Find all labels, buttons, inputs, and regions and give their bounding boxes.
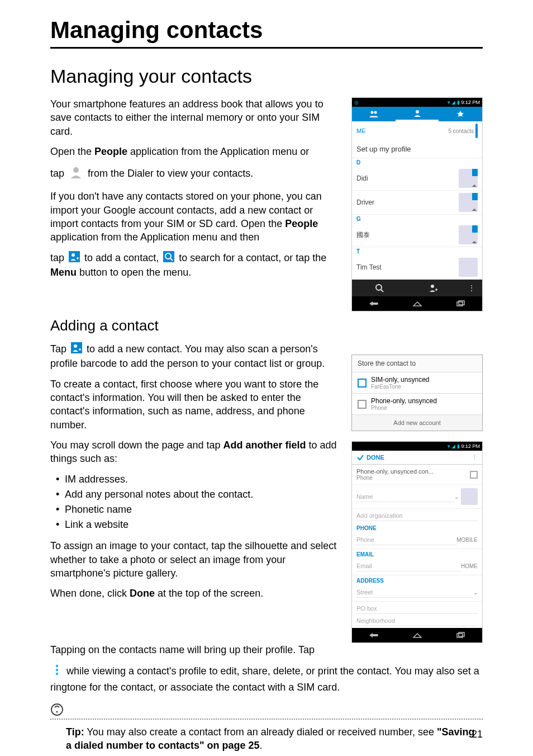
- paragraph: To create a contact, first choose where …: [50, 377, 341, 432]
- avatar[interactable]: [459, 225, 478, 244]
- bullet-list: IM addresses. Add any personal notes abo…: [50, 472, 341, 532]
- svg-point-7: [416, 110, 419, 114]
- svg-point-0: [73, 167, 79, 173]
- contacts-count: 5 contacts: [448, 128, 474, 134]
- list-item: Phonetic name: [56, 502, 341, 517]
- overflow-menu-icon[interactable]: ⋮: [472, 454, 478, 461]
- chevron-down-icon[interactable]: ⌄: [454, 494, 459, 500]
- option-sim[interactable]: SIM-only, unsyncedFarEasTone: [352, 372, 482, 393]
- add-organization-field[interactable]: Add organization: [356, 511, 478, 521]
- add-new-account-button[interactable]: Add new account: [352, 414, 482, 431]
- nav-home-icon[interactable]: [396, 628, 439, 642]
- checkbox-icon[interactable]: [358, 379, 367, 388]
- paragraph: You may scroll down the page and tap Add…: [50, 438, 341, 466]
- page-title: Managing contacts: [50, 17, 483, 49]
- svg-rect-11: [459, 301, 464, 305]
- search-icon: [163, 251, 174, 266]
- svg-point-5: [370, 111, 373, 114]
- option-label: SIM-only, unsynced: [371, 376, 477, 384]
- app-name: People: [94, 146, 127, 157]
- status-left-icon: ◎: [354, 100, 359, 105]
- text: Open the: [50, 146, 94, 157]
- tab-groups[interactable]: [352, 107, 396, 121]
- svg-rect-15: [459, 632, 464, 636]
- edit-contact-screenshot: ▾ ◢ ▮ 9:12 PM DONE ⋮ Phone-only, unsynce…: [351, 441, 483, 643]
- paragraph: If you don't have any contacts stored on…: [50, 190, 341, 244]
- paragraph: Your smartphone features an address book…: [50, 97, 341, 138]
- email-field[interactable]: Email: [356, 561, 461, 571]
- text: tap: [50, 168, 67, 179]
- svg-rect-17: [56, 669, 58, 671]
- section-label-address: ADDRESS: [352, 575, 482, 584]
- paragraph: Tapping on the contacts name will bring …: [50, 643, 483, 656]
- info-icon: [50, 708, 64, 718]
- avatar[interactable]: [459, 169, 478, 188]
- section-header-t: T: [352, 247, 482, 256]
- paragraph: To assign an image to your contact, tap …: [50, 539, 341, 580]
- option-sublabel: Phone: [371, 405, 477, 411]
- paragraph: tap from the Dialer to view your contact…: [50, 165, 341, 183]
- list-item[interactable]: 國泰: [352, 223, 482, 247]
- list-item[interactable]: Tim Test: [352, 256, 482, 280]
- text: When done, click: [50, 588, 130, 599]
- nav-recent-icon[interactable]: [439, 296, 482, 311]
- status-bar-right: ▾ ◢ ▮ 9:12 PM: [448, 443, 480, 449]
- add-contact-icon: [69, 251, 80, 266]
- tab-all[interactable]: [396, 107, 439, 121]
- store-contact-dialog: Store the contact to SIM-only, unsyncedF…: [351, 355, 483, 431]
- contact-name: Didi: [356, 174, 368, 182]
- menu-word: Menu: [50, 267, 77, 278]
- name-field[interactable]: Name: [356, 492, 454, 502]
- nav-back-icon[interactable]: [352, 628, 396, 642]
- text: to add a new contact. You may also scan …: [50, 343, 325, 369]
- neighborhood-field[interactable]: Neighborhood: [356, 616, 478, 626]
- svg-rect-14: [457, 634, 463, 637]
- option-phone[interactable]: Phone-only, unsyncedPhone: [352, 393, 482, 414]
- list-item[interactable]: Driver: [352, 191, 482, 215]
- svg-rect-10: [457, 302, 463, 306]
- setup-profile-item[interactable]: Set up my profile: [352, 140, 482, 158]
- section-header-g: G: [352, 215, 482, 223]
- checkbox-icon[interactable]: [358, 400, 367, 409]
- scroll-indicator: [475, 124, 478, 138]
- overflow-menu-button[interactable]: ⋮: [460, 280, 482, 296]
- add-contact-button[interactable]: [406, 280, 460, 296]
- pobox-field[interactable]: PO box: [356, 603, 478, 614]
- text: .: [260, 740, 263, 751]
- svg-point-2: [72, 253, 75, 257]
- street-field[interactable]: Street: [356, 587, 473, 598]
- nav-home-icon[interactable]: [396, 296, 439, 311]
- section-label-phone: PHONE: [352, 523, 482, 531]
- text: button to open the menu.: [77, 267, 191, 278]
- section-heading: Managing your contacts: [50, 65, 483, 87]
- tip-text: Tip: You may also create a contact from …: [50, 722, 483, 756]
- avatar[interactable]: [459, 193, 478, 212]
- svg-point-13: [74, 344, 77, 348]
- phone-field[interactable]: Phone: [356, 535, 456, 545]
- status-bar-right: ▾ ◢ ▮ 9:12 PM: [448, 100, 480, 105]
- text: at the top of the screen.: [155, 588, 263, 599]
- email-type-spinner[interactable]: HOME: [461, 563, 478, 569]
- contact-photo-placeholder[interactable]: [461, 488, 478, 505]
- checkbox-icon[interactable]: [470, 471, 478, 479]
- contact-name: Tim Test: [356, 263, 382, 271]
- text: application from the Application menu an…: [50, 231, 259, 243]
- list-item: IM addresses.: [56, 472, 341, 487]
- list-item[interactable]: Didi: [352, 167, 482, 191]
- header-me: ME: [356, 127, 366, 134]
- done-button[interactable]: DONE: [356, 453, 384, 461]
- option-sublabel: FarEasTone: [371, 384, 477, 390]
- nav-recent-icon[interactable]: [439, 628, 482, 642]
- nav-back-icon[interactable]: [352, 296, 396, 311]
- tab-favorites[interactable]: [439, 107, 482, 121]
- chevron-down-icon[interactable]: ⌄: [473, 589, 478, 596]
- search-button[interactable]: [352, 280, 406, 296]
- text: Tap: [50, 343, 69, 355]
- text: to search for a contact, or tap the: [179, 252, 326, 263]
- phone-type-spinner[interactable]: MOBILE: [456, 537, 478, 543]
- paragraph: Open the People application from the App…: [50, 145, 341, 158]
- text: while viewing a contact's profile to edi…: [50, 665, 479, 692]
- contact-name: 國泰: [356, 230, 370, 240]
- option-label: Phone-only, unsynced: [371, 397, 477, 405]
- avatar[interactable]: [459, 258, 478, 277]
